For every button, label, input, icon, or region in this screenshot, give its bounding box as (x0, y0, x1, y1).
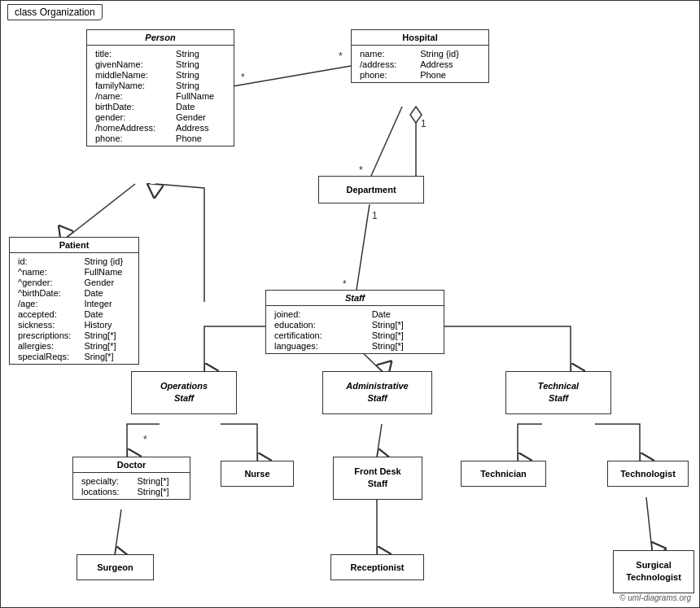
class-operations-staff: OperationsStaff (131, 371, 237, 414)
svg-marker-10 (410, 107, 422, 123)
class-patient: Patient id:String {id} ^name:FullName ^g… (9, 237, 139, 365)
class-nurse-name: Nurse (221, 466, 293, 481)
class-technologist: Technologist (607, 461, 689, 487)
class-technician-name: Technician (462, 466, 545, 481)
class-receptionist: Receptionist (330, 554, 424, 580)
svg-line-2 (357, 204, 370, 290)
svg-text:1: 1 (372, 210, 378, 221)
class-person-name: Person (87, 30, 234, 46)
class-staff-attrs: joined:Date education:String[*] certific… (266, 306, 444, 353)
class-administrative-staff: AdministrativeStaff (322, 371, 432, 414)
copyright: © uml-diagrams.org (619, 593, 691, 602)
class-department-name: Department (319, 180, 423, 199)
class-patient-name: Patient (10, 238, 138, 253)
svg-text:*: * (343, 278, 347, 290)
svg-line-0 (68, 184, 135, 237)
class-admin-name: AdministrativeStaff (323, 375, 431, 410)
svg-line-8 (233, 66, 351, 86)
class-technician: Technician (461, 461, 546, 487)
class-doctor-name: Doctor (73, 457, 190, 473)
class-department: Department (318, 176, 424, 203)
class-surtech-name: SurgicalTechnologist (614, 554, 693, 589)
diagram-title: class Organization (7, 4, 103, 20)
class-surgical-technologist: SurgicalTechnologist (613, 550, 694, 593)
class-receptionist-name: Receptionist (331, 560, 423, 575)
svg-line-5 (115, 510, 121, 554)
svg-text:*: * (241, 72, 245, 83)
svg-text:*: * (339, 50, 343, 62)
class-technologist-name: Technologist (608, 466, 688, 481)
class-technical-staff: TechnicalStaff (505, 371, 611, 414)
class-front-desk-staff: Front DeskStaff (333, 457, 422, 500)
class-staff-name: Staff (266, 291, 444, 306)
svg-line-7 (646, 497, 652, 550)
class-hospital-name: Hospital (352, 30, 488, 46)
class-ops-name: OperationsStaff (132, 375, 236, 410)
svg-line-4 (377, 424, 382, 457)
class-tech-name: TechnicalStaff (506, 375, 610, 410)
svg-text:1: 1 (421, 118, 427, 129)
diagram-container: class Organization (0, 0, 700, 608)
class-doctor-attrs: specialty:String[*] locations:String[*] (73, 473, 190, 499)
class-hospital-attrs: name:String {id} /address:Address phone:… (352, 46, 488, 82)
class-doctor: Doctor specialty:String[*] locations:Str… (72, 457, 190, 500)
class-staff: Staff joined:Date education:String[*] ce… (265, 290, 444, 354)
class-nurse: Nurse (221, 461, 294, 487)
svg-text:*: * (143, 434, 147, 445)
class-surgeon-name: Surgeon (77, 560, 153, 575)
class-person: Person title:String givenName:String mid… (86, 29, 234, 147)
class-hospital: Hospital name:String {id} /address:Addre… (351, 29, 489, 83)
class-patient-attrs: id:String {id} ^name:FullName ^gender:Ge… (10, 253, 138, 364)
class-person-attrs: title:String givenName:String middleName… (87, 46, 234, 146)
class-surgeon: Surgeon (77, 554, 154, 580)
class-frontdesk-name: Front DeskStaff (334, 461, 422, 496)
svg-text:*: * (359, 164, 363, 176)
svg-line-1 (371, 107, 402, 176)
